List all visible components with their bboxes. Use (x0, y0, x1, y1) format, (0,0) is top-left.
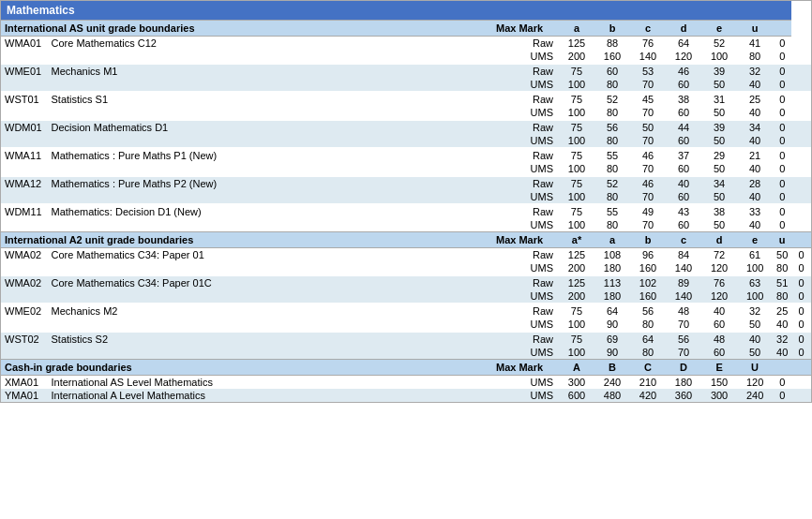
cashin-header-label: Cash-in grade boundaries (1, 360, 481, 376)
grade-u: 0 (773, 37, 791, 51)
a2-unit-header-label: International A2 unit grade boundaries (1, 232, 481, 248)
maxmark-cell: 125 (559, 37, 594, 51)
name-cell: International A Level Mathematics (48, 389, 481, 403)
type-cell: UMS (480, 50, 559, 63)
table-row: WST02 Statistics S2 Raw 75 69 64 56 48 4… (1, 333, 812, 346)
code-cell: WMA02 (1, 248, 48, 262)
table-row: WME02 Mechanics M2 Raw 75 64 56 48 40 32… (1, 304, 812, 318)
code-cell: XMA01 (1, 376, 48, 390)
name-cell: Statistics S1 (48, 93, 481, 106)
grade-d: 52 (701, 37, 737, 51)
name-cell: Core Mathematics C34: Paper 01C (48, 276, 481, 289)
code-cell: WMA01 (1, 37, 48, 51)
maxmark-cell: 75 (559, 65, 594, 78)
table-row: UMS 100 80 70 60 50 40 0 (1, 190, 812, 203)
name-cell: Core Mathematics C12 (48, 37, 481, 51)
maxmark-cell: 200 (559, 50, 594, 63)
table-row: UMS 200 180 160 140 120 100 80 0 (1, 261, 812, 274)
grade-boundaries-table: Mathematics International AS unit grade … (0, 0, 812, 403)
code-cell: YMA01 (1, 389, 48, 403)
table-row: WME01 Mechanics M1 Raw 75 60 53 46 39 32… (1, 65, 812, 78)
name-cell: Core Mathematics C34: Paper 01 (48, 248, 481, 262)
name-cell: Mathematics: Decision D1 (New) (48, 205, 481, 218)
grade-e: 80 (737, 50, 773, 63)
table-row: UMS 100 80 70 60 50 40 0 (1, 78, 812, 91)
grade-d: 39 (701, 65, 737, 78)
grade-a: 160 (594, 50, 630, 63)
grade-u: 0 (773, 65, 791, 78)
table-title: Mathematics (1, 1, 792, 21)
table-row: UMS 100 90 80 70 60 50 40 0 (1, 346, 812, 360)
table-row: UMS 200 180 160 140 120 100 80 0 (1, 289, 812, 303)
code-cell: WMA12 (1, 177, 48, 190)
as-col-c: c (630, 21, 666, 37)
as-unit-header-label: International AS unit grade boundaries (1, 21, 481, 37)
table-row: WMA11 Mathematics : Pure Maths P1 (New) … (1, 149, 812, 162)
table-row: UMS 100 80 70 60 50 40 0 (1, 162, 812, 175)
table-row: UMS 100 80 70 60 50 40 0 (1, 106, 812, 119)
type-cell: Raw (480, 93, 559, 106)
table-row: YMA01 International A Level Mathematics … (1, 389, 812, 403)
grade-c: 46 (666, 65, 701, 78)
grade-c: 120 (666, 50, 701, 63)
as-col-b: b (594, 21, 630, 37)
code-cell: WST01 (1, 93, 48, 106)
type-cell: Raw (480, 65, 559, 78)
as-col-e: e (701, 21, 737, 37)
grade-a: 88 (594, 37, 630, 51)
table-row: WMA02 Core Mathematics C34: Paper 01 Raw… (1, 248, 812, 262)
table-row: UMS 100 80 70 60 50 40 0 (1, 134, 812, 147)
code-cell: WME01 (1, 65, 48, 78)
grade-e: 41 (737, 37, 773, 51)
as-unit-header-row: International AS unit grade boundaries M… (1, 21, 812, 37)
grade-u: 0 (773, 50, 791, 63)
name-cell: Mathematics : Pure Maths P1 (New) (48, 149, 481, 162)
code-cell: WME02 (1, 304, 48, 318)
grade-e: 32 (737, 65, 773, 78)
table-row: WST01 Statistics S1 Raw 75 52 45 38 31 2… (1, 93, 812, 106)
code-cell: WMA11 (1, 149, 48, 162)
name-cell: Statistics S2 (48, 333, 481, 346)
name-cell: Mechanics M2 (48, 304, 481, 318)
table-row: UMS 200 160 140 120 100 80 0 (1, 50, 812, 63)
code-cell: WDM11 (1, 205, 48, 218)
grade-b: 140 (630, 50, 666, 63)
as-col-d: d (666, 21, 701, 37)
name-cell: Decision Mathematics D1 (48, 121, 481, 134)
name-cell: Mechanics M1 (48, 65, 481, 78)
grade-a: 60 (594, 65, 630, 78)
table-row: UMS 100 90 80 70 60 50 40 0 (1, 318, 812, 331)
table-row: XMA01 International AS Level Mathematics… (1, 376, 812, 390)
name-cell: Mathematics : Pure Maths P2 (New) (48, 177, 481, 190)
code-cell: WMA02 (1, 276, 48, 289)
code-cell: WDM01 (1, 121, 48, 134)
type-cell: UMS (480, 78, 559, 91)
table-row: WMA02 Core Mathematics C34: Paper 01C Ra… (1, 276, 812, 289)
table-row: WMA12 Mathematics : Pure Maths P2 (New) … (1, 177, 812, 190)
type-cell: Raw (480, 37, 559, 51)
grade-b: 53 (630, 65, 666, 78)
cashin-header-row: Cash-in grade boundaries Max Mark A B C … (1, 360, 812, 376)
grade-d: 100 (701, 50, 737, 63)
table-row: UMS 100 80 70 60 50 40 0 (1, 218, 812, 232)
a2-unit-header-row: International A2 unit grade boundaries M… (1, 232, 812, 248)
as-col-a: a (559, 21, 594, 37)
as-col-maxmark: Max Mark (480, 21, 559, 37)
table-row: WDM11 Mathematics: Decision D1 (New) Raw… (1, 205, 812, 218)
as-col-u: u (737, 21, 773, 37)
grade-c: 64 (666, 37, 701, 51)
grade-b: 76 (630, 37, 666, 51)
table-row: WMA01 Core Mathematics C12 Raw 125 88 76… (1, 37, 812, 51)
table-row: WDM01 Decision Mathematics D1 Raw 75 56 … (1, 121, 812, 134)
code-cell: WST02 (1, 333, 48, 346)
title-row: Mathematics (1, 1, 812, 21)
name-cell: International AS Level Mathematics (48, 376, 481, 390)
